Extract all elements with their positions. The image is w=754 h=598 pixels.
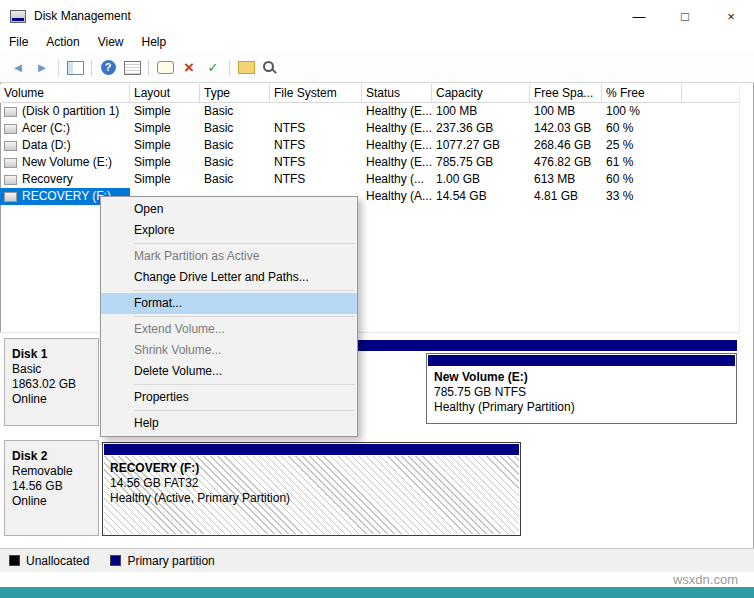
cell-pct-free: 61 %: [602, 154, 682, 171]
cell-pct-free: 60 %: [602, 120, 682, 137]
cell-status: Healthy (A...: [362, 188, 432, 205]
partition-text: RECOVERY (F:) 14.56 GB FAT32 Healthy (Ac…: [104, 456, 519, 534]
volume-icon: [4, 158, 17, 168]
cell-status: Healthy (E...: [362, 137, 432, 154]
legend-label: Primary partition: [127, 554, 214, 568]
cell-volume: Acer (C:): [0, 120, 130, 137]
cell-capacity: 100 MB: [432, 103, 530, 120]
menu-help[interactable]: Help: [133, 32, 176, 53]
console-tree-icon[interactable]: [65, 58, 85, 78]
menu-item-change-drive-letter[interactable]: Change Drive Letter and Paths...: [101, 267, 357, 288]
cell-free-space: 268.46 GB: [530, 137, 602, 154]
cell-layout: Simple: [130, 171, 200, 188]
column-header-free-space[interactable]: Free Spa...: [530, 84, 602, 102]
volume-label: RECOVERY (F:): [22, 188, 111, 205]
table-row[interactable]: Acer (C:) Simple Basic NTFS Healthy (E..…: [0, 120, 740, 137]
volume-list: (Disk 0 partition 1) Simple Basic Health…: [0, 103, 740, 205]
volume-label: Acer (C:): [22, 120, 70, 137]
disk-2-graph: RECOVERY (F:) 14.56 GB FAT32 Healthy (Ac…: [101, 440, 737, 536]
disk-2-info[interactable]: Disk 2 Removable 14.56 GB Online: [4, 440, 99, 536]
table-row[interactable]: New Volume (E:) Simple Basic NTFS Health…: [0, 154, 740, 171]
column-header-status[interactable]: Status: [362, 84, 432, 102]
close-button[interactable]: ×: [708, 0, 754, 32]
volume-icon: [4, 124, 17, 134]
export-list-icon[interactable]: [122, 58, 142, 78]
forward-icon[interactable]: [32, 58, 52, 78]
legend-label: Unallocated: [26, 554, 89, 568]
menu-bar: File Action View Help: [0, 32, 754, 53]
minimize-button[interactable]: —: [616, 0, 662, 32]
column-header-layout[interactable]: Layout: [130, 84, 200, 102]
primary-partition-band: [428, 355, 735, 366]
checkmark-icon[interactable]: [203, 58, 223, 78]
menu-separator: [134, 410, 355, 411]
menu-separator: [134, 316, 355, 317]
toolbar-separator: [148, 60, 149, 76]
watermark-text: wsxdn.com: [673, 572, 738, 587]
legend-primary-partition: Primary partition: [110, 554, 214, 568]
cell-capacity: 785.75 GB: [432, 154, 530, 171]
cell-file-system: [270, 103, 362, 120]
cell-capacity: 1077.27 GB: [432, 137, 530, 154]
partition-recovery-f-selected[interactable]: RECOVERY (F:) 14.56 GB FAT32 Healthy (Ac…: [102, 442, 521, 536]
column-header-volume[interactable]: Volume: [0, 84, 130, 102]
volume-icon: [4, 107, 17, 117]
column-header-type[interactable]: Type: [200, 84, 270, 102]
cell-type: Basic: [200, 103, 270, 120]
cell-volume: (Disk 0 partition 1): [0, 103, 130, 120]
menu-file[interactable]: File: [0, 32, 37, 53]
column-header-pct-free[interactable]: % Free: [602, 84, 682, 102]
tooltip-icon[interactable]: [155, 58, 175, 78]
table-row[interactable]: Recovery Simple Basic NTFS Healthy (... …: [0, 171, 740, 188]
cell-file-system: NTFS: [270, 120, 362, 137]
toolbar: [0, 53, 754, 83]
menu-separator: [134, 290, 355, 291]
legend-unallocated: Unallocated: [9, 554, 89, 568]
search-icon[interactable]: [260, 58, 280, 78]
column-header-capacity[interactable]: Capacity: [432, 84, 530, 102]
cell-capacity: 14.54 GB: [432, 188, 530, 205]
toolbar-separator: [91, 60, 92, 76]
menu-item-help[interactable]: Help: [101, 413, 357, 434]
window-title: Disk Management: [34, 9, 131, 23]
disk-status: Online: [12, 494, 98, 509]
cell-file-system: NTFS: [270, 137, 362, 154]
cell-layout: Simple: [130, 120, 200, 137]
menu-item-properties[interactable]: Properties: [101, 387, 357, 408]
cell-status: Healthy (E...: [362, 103, 432, 120]
watermark-strip: wsxdn.com: [0, 572, 754, 587]
cell-type: Basic: [200, 120, 270, 137]
menu-action[interactable]: Action: [37, 32, 88, 53]
menu-item-format[interactable]: Format...: [101, 293, 357, 314]
disk-type: Basic: [12, 362, 98, 377]
column-header-file-system[interactable]: File System: [270, 84, 362, 102]
primary-partition-band: [104, 444, 519, 455]
volume-label: (Disk 0 partition 1): [22, 103, 119, 120]
disk-name: Disk 1: [12, 347, 98, 362]
menu-item-delete-volume[interactable]: Delete Volume...: [101, 361, 357, 382]
delete-icon[interactable]: [179, 58, 199, 78]
menu-view[interactable]: View: [89, 32, 133, 53]
disk-type: Removable: [12, 464, 98, 479]
volume-label: Recovery: [22, 171, 73, 188]
back-icon[interactable]: [8, 58, 28, 78]
menu-item-open[interactable]: Open: [101, 199, 357, 220]
partition-new-volume-e[interactable]: New Volume (E:) 785.75 GB NTFS Healthy (…: [426, 353, 737, 424]
maximize-button[interactable]: □: [662, 0, 708, 32]
cell-capacity: 1.00 GB: [432, 171, 530, 188]
disk-row-2: Disk 2 Removable 14.56 GB Online RECOVER…: [0, 440, 740, 536]
volume-label: Data (D:): [22, 137, 71, 154]
menu-item-extend-volume: Extend Volume...: [101, 319, 357, 340]
menu-item-explore[interactable]: Explore: [101, 220, 357, 241]
disk-management-window: Disk Management — □ × File Action View H…: [0, 0, 754, 598]
cell-type: Basic: [200, 171, 270, 188]
disk-status: Online: [12, 392, 98, 407]
folder-icon[interactable]: [236, 58, 256, 78]
table-row[interactable]: (Disk 0 partition 1) Simple Basic Health…: [0, 103, 740, 120]
title-bar: Disk Management — □ ×: [0, 0, 754, 32]
table-row[interactable]: Data (D:) Simple Basic NTFS Healthy (E..…: [0, 137, 740, 154]
cell-free-space: 476.82 GB: [530, 154, 602, 171]
partition-status: Healthy (Active, Primary Partition): [110, 491, 519, 506]
disk-1-info[interactable]: Disk 1 Basic 1863.02 GB Online: [4, 338, 99, 426]
help-icon[interactable]: [98, 58, 118, 78]
